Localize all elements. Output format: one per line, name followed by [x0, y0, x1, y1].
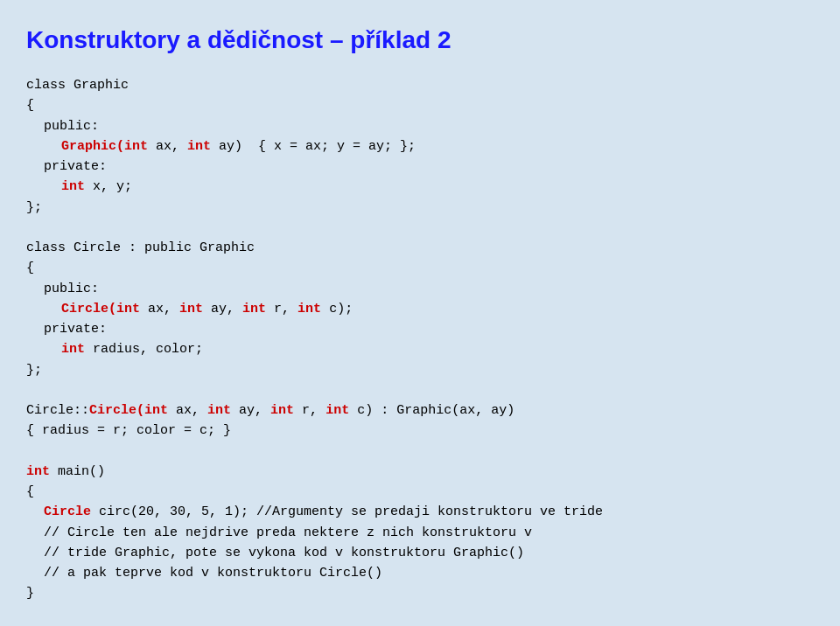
- code-line: class Circle : public Graphic: [26, 238, 814, 258]
- type-keyword: int: [179, 302, 203, 316]
- code-line: // tride Graphic, pote se vykona kod v k…: [26, 543, 814, 563]
- code-line: };: [26, 198, 814, 218]
- code-line: [26, 380, 814, 400]
- code-line: // a pak teprve kod v konstruktoru Circl…: [26, 563, 814, 583]
- type-keyword: int: [298, 302, 321, 316]
- type-keyword: int: [207, 403, 231, 418]
- code-line: class Graphic: [26, 75, 814, 95]
- code-line: public:: [26, 116, 814, 136]
- code-line: };: [26, 360, 814, 380]
- type-keyword: int: [124, 139, 148, 154]
- type-keyword: int: [26, 464, 50, 479]
- type-keyword: int: [187, 139, 211, 154]
- code-line: }: [26, 583, 814, 603]
- code-line: Circle::Circle(int ax, int ay, int r, in…: [26, 400, 814, 421]
- type-keyword: int: [61, 342, 85, 357]
- type-keyword: int: [61, 179, 85, 194]
- constructor-keyword: Circle(: [61, 302, 116, 316]
- code-line: int x, y;: [26, 177, 814, 197]
- code-line: private:: [26, 319, 814, 339]
- circle-class-ref: Circle: [44, 504, 91, 519]
- type-keyword: int: [242, 302, 266, 316]
- type-keyword: int: [144, 403, 168, 418]
- code-line: [26, 218, 814, 238]
- code-line: {: [26, 95, 814, 115]
- type-keyword: int: [116, 302, 140, 316]
- code-line: int radius, color;: [26, 339, 814, 359]
- code-line: int main(): [26, 462, 814, 482]
- code-line: { radius = r; color = c; }: [26, 421, 814, 441]
- code-block: class Graphic { public: Graphic(int ax, …: [26, 75, 814, 604]
- code-line: Circle(int ax, int ay, int r, int c);: [26, 299, 814, 319]
- constructor-keyword: Graphic(: [61, 139, 124, 154]
- code-line: [26, 442, 814, 462]
- code-line: Circle circ(20, 30, 5, 1); //Argumenty s…: [26, 502, 814, 522]
- code-line: public:: [26, 279, 814, 299]
- code-line: // Circle ten ale nejdrive preda nektere…: [26, 523, 814, 543]
- type-keyword: int: [326, 403, 349, 418]
- constructor-keyword: Circle(: [89, 403, 144, 418]
- code-line: Graphic(int ax, int ay) { x = ax; y = ay…: [26, 136, 814, 156]
- code-line: {: [26, 482, 814, 502]
- type-keyword: int: [270, 403, 294, 418]
- code-line: {: [26, 258, 814, 278]
- page-title: Konstruktory a dědičnost – příklad 2: [26, 26, 814, 54]
- code-line: private:: [26, 156, 814, 177]
